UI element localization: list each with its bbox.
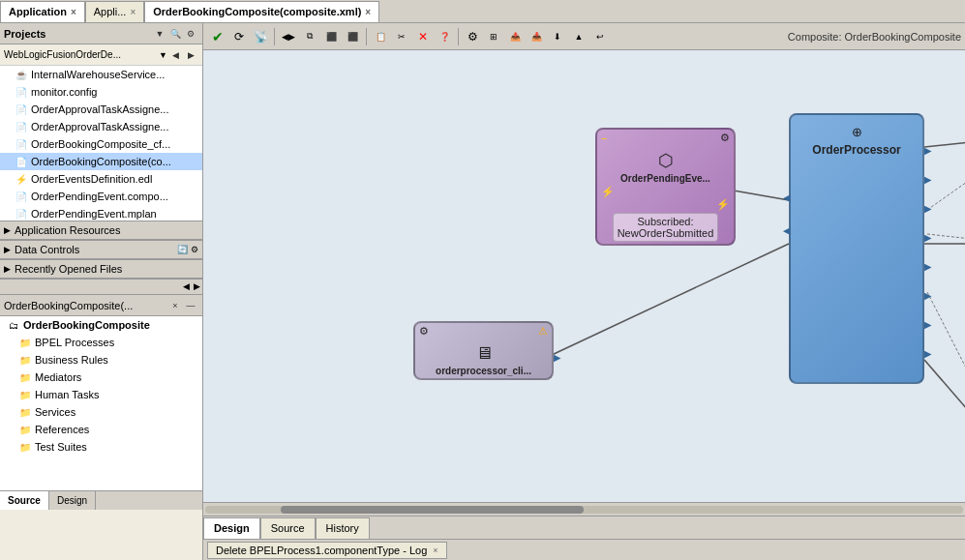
tab-application[interactable]: Application × xyxy=(0,1,85,22)
log-tab-close[interactable]: × xyxy=(433,545,437,555)
toolbar-sep2 xyxy=(366,28,367,45)
file-tree-item[interactable]: 📄OrderPendingEvent.compo... xyxy=(0,188,202,205)
tab-composite-xml[interactable]: OrderBookingComposite(composite.xml) × xyxy=(144,1,379,22)
bottom-tree-item[interactable]: 🗂OrderBookingComposite xyxy=(0,316,202,334)
proj-icon1[interactable]: ▼ xyxy=(152,26,167,42)
left-source-tab[interactable]: Source xyxy=(0,491,49,510)
file-tree-item-icon: 📄 xyxy=(14,136,29,152)
node-orderprocessor-cli[interactable]: ⚙ ⚠ 🖥 orderprocessor_cli... ▶ xyxy=(413,321,554,380)
scroll-left[interactable]: ◀ xyxy=(181,280,192,294)
recently-opened-arrow: ▶ xyxy=(4,264,11,274)
toolbar-settings[interactable]: ⚙ xyxy=(462,26,483,47)
canvas-tab-source-label: Source xyxy=(271,522,305,534)
file-tree-item[interactable]: 📄OrderApprovalTaskAssigne... xyxy=(0,101,202,118)
section-app-resources[interactable]: ▶ Application Resources xyxy=(0,221,202,240)
file-tree-item[interactable]: 📄OrderBookingComposite(co... xyxy=(0,153,202,170)
toolbar-down[interactable]: ⬇ xyxy=(547,26,568,47)
proj-sel-icon1[interactable]: ◀ xyxy=(167,47,183,63)
canvas-hscroll[interactable] xyxy=(203,502,965,516)
file-tree-item[interactable]: 📄OrderBookingComposite_cf... xyxy=(0,135,202,153)
node-order-processor[interactable]: ⊕ OrderProcessor ▶ ▶ ▶ ▶ ▶ ▶ ▶ ▶ xyxy=(789,113,924,384)
toolbar-btn1[interactable]: ◀▶ xyxy=(278,26,299,47)
toolbar-btn4[interactable]: ⬛ xyxy=(342,26,363,47)
cli-title: orderprocessor_cli... xyxy=(432,364,535,378)
bottom-tree-item-icon: 📁 xyxy=(17,352,33,368)
file-tree-item[interactable]: ☕InternalWarehouseService... xyxy=(0,66,202,83)
bottom-tree-item[interactable]: 📁Test Suites xyxy=(0,438,202,456)
top-tab-bar: Application × Appli... × OrderBookingCom… xyxy=(0,0,965,23)
bottom-tree-item-icon: 🗂 xyxy=(6,317,21,333)
file-tree-item-icon: 📄 xyxy=(14,84,29,100)
canvas-scroll[interactable]: − ⚙ ⬡ OrderPendingEve... ⚡ ⚡ Subscribed:… xyxy=(203,50,965,502)
file-tree-item[interactable]: ⚡OrderEventsDefinition.edl xyxy=(0,170,202,188)
bottom-tree-item[interactable]: 📁Human Tasks xyxy=(0,386,202,403)
file-tree-item-label: OrderApprovalTaskAssigne... xyxy=(31,121,168,133)
bottom-tree-item-label: References xyxy=(35,424,89,435)
toolbar-up[interactable]: ▲ xyxy=(568,26,589,47)
file-tree-item[interactable]: 📄OrderApprovalTaskAssigne... xyxy=(0,118,202,135)
toolbar-export[interactable]: 📤 xyxy=(504,26,526,47)
bottom-tree-item[interactable]: 📁BPEL Processes xyxy=(0,334,202,351)
bottom-panel-close[interactable]: × xyxy=(167,298,183,313)
toolbar-import[interactable]: 📥 xyxy=(526,26,547,47)
section-recently-opened[interactable]: ▶ Recently Opened Files xyxy=(0,259,202,279)
toolbar-btn3[interactable]: ⬛ xyxy=(320,26,342,47)
scroll-right[interactable]: ▶ xyxy=(192,280,202,294)
bottom-tree-item[interactable]: 📁Business Rules xyxy=(0,351,202,368)
file-tree-item-icon: 📄 xyxy=(14,206,29,221)
bottom-tree-item-label: Human Tasks xyxy=(35,389,99,400)
canvas-toolbar: ✔ ⟳ 📡 ◀▶ ⧉ ⬛ ⬛ 📋 ✂ ✕ ❓ ⚙ ⊞ 📤 📥 ⬇ ▲ ↩ Com… xyxy=(203,23,965,50)
toolbar-help[interactable]: ❓ xyxy=(434,26,455,47)
node-order-pending-event[interactable]: − ⚙ ⬡ OrderPendingEve... ⚡ ⚡ Subscribed:… xyxy=(595,128,736,246)
canvas-tab-design[interactable]: Design xyxy=(203,517,260,539)
canvas-tab-source[interactable]: Source xyxy=(260,517,316,539)
file-tree-item-label: OrderEventsDefinition.edl xyxy=(31,173,152,185)
ope-gear-icon: ⚙ xyxy=(720,132,730,144)
tab-appli-close[interactable]: × xyxy=(130,7,136,17)
toolbar-btn2[interactable]: ⧉ xyxy=(299,26,320,47)
canvas-inner: − ⚙ ⬡ OrderPendingEve... ⚡ ⚡ Subscribed:… xyxy=(203,50,965,502)
ope-minus-icon: − xyxy=(601,133,607,144)
project-selector[interactable]: WebLogicFusionOrderDe... ▼ ◀ ▶ xyxy=(0,44,202,66)
tab-appli[interactable]: Appli... × xyxy=(85,1,144,22)
proj-icon2[interactable]: 🔍 xyxy=(167,26,183,42)
section-data-controls[interactable]: ▶ Data Controls 🔄 ⚙ xyxy=(0,240,202,259)
op-port5: ▶ xyxy=(920,260,934,274)
bottom-tree-item-label: BPEL Processes xyxy=(35,337,114,348)
composite-label: Composite: OrderBookingComposite xyxy=(788,31,961,43)
file-tree-item[interactable]: 📄OrderPendingEvent.mplan xyxy=(0,205,202,221)
file-tree-item-label: InternalWarehouseService... xyxy=(31,69,165,80)
canvas-tab-history[interactable]: History xyxy=(316,517,370,539)
cli-port-right: ▶ xyxy=(550,351,563,365)
bottom-tree-item[interactable]: 📁Mediators xyxy=(0,368,202,386)
toolbar-grid[interactable]: ⊞ xyxy=(483,26,504,47)
toolbar-delete[interactable]: ✕ xyxy=(412,26,434,47)
bottom-tree-item[interactable]: 📁References xyxy=(0,421,202,438)
proj-icon3[interactable]: ⚙ xyxy=(183,26,198,42)
bottom-panel-title: OrderBookingComposite(... xyxy=(4,300,167,311)
bottom-panel-min[interactable]: — xyxy=(183,298,198,313)
canvas-tab-design-label: Design xyxy=(214,522,250,534)
bottom-tree-item[interactable]: 📁Services xyxy=(0,403,202,421)
toolbar-undo[interactable]: ↩ xyxy=(589,26,611,47)
file-tree-item-label: OrderBookingComposite(co... xyxy=(31,156,171,167)
log-tab[interactable]: Delete BPELProcess1.componentType - Log … xyxy=(207,542,447,559)
hscroll-thumb[interactable] xyxy=(281,506,584,514)
file-tree-item-icon: 📄 xyxy=(14,119,29,134)
proj-sel-icon2[interactable]: ▶ xyxy=(183,47,198,63)
toolbar-validate[interactable]: ✔ xyxy=(207,26,228,47)
left-design-tab[interactable]: Design xyxy=(49,491,96,510)
file-tree-item-label: OrderApprovalTaskAssigne... xyxy=(31,103,168,115)
toolbar-paste[interactable]: 📋 xyxy=(370,26,391,47)
tab-application-close[interactable]: × xyxy=(71,7,76,17)
file-tree-item[interactable]: 📄monitor.config xyxy=(0,83,202,101)
hscroll-track[interactable] xyxy=(205,506,963,514)
toolbar-wireless[interactable]: 📡 xyxy=(250,26,271,47)
recently-opened-label: Recently Opened Files xyxy=(15,263,122,275)
bottom-tree-item-icon: 📁 xyxy=(17,422,33,437)
toolbar-cut[interactable]: ✂ xyxy=(391,26,412,47)
canvas-tab-history-label: History xyxy=(326,522,359,534)
toolbar-refresh[interactable]: ⟳ xyxy=(228,26,250,47)
op-port6: ▶ xyxy=(920,289,934,303)
tab-composite-xml-close[interactable]: × xyxy=(365,7,371,17)
